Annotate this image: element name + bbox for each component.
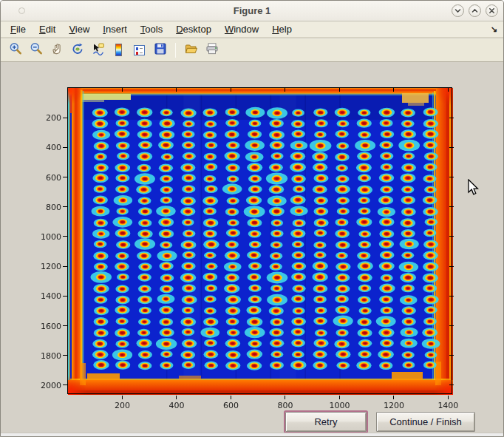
x-tick-mark	[176, 396, 177, 399]
title-bar[interactable]: Figure 1	[1, 1, 503, 21]
x-tick-label: 600	[214, 401, 247, 410]
insert-legend-button[interactable]	[131, 41, 148, 58]
mouse-cursor-icon	[467, 179, 479, 197]
y-tick-mark-right	[449, 206, 454, 207]
zoom-in-icon	[8, 41, 23, 59]
y-tick-label: 1600	[35, 322, 61, 331]
pan-icon	[50, 41, 64, 59]
figure-canvas-area: 2004006008001000120014002004006008001000…	[1, 63, 503, 436]
window-title: Figure 1	[1, 5, 503, 16]
x-tick-mark	[448, 396, 449, 399]
toolbar-separator	[175, 43, 176, 58]
close-button[interactable]	[486, 4, 498, 17]
continue-finish-button[interactable]: Continue / Finish	[376, 412, 475, 432]
data-cursor-icon	[91, 41, 106, 59]
rotate-3d-button[interactable]	[69, 41, 86, 58]
pan-button[interactable]	[48, 41, 65, 58]
heatmap-image[interactable]	[68, 88, 453, 395]
y-tick-mark-right	[449, 236, 454, 237]
menu-item-insert[interactable]: Insert	[103, 24, 127, 35]
y-tick-mark	[63, 325, 67, 326]
dock-figure-icon[interactable]: ↘	[491, 24, 497, 34]
maximize-icon	[471, 4, 479, 18]
x-tick-mark-top	[176, 88, 177, 92]
y-tick-label: 1200	[35, 262, 61, 271]
y-tick-mark-right	[449, 118, 454, 118]
y-tick-label: 200	[35, 113, 61, 123]
window-controls	[452, 4, 498, 17]
y-tick-mark	[63, 118, 67, 118]
close-icon	[488, 4, 496, 18]
y-tick-mark	[63, 355, 67, 356]
save-figure-icon	[153, 41, 168, 59]
x-tick-mark-top	[285, 88, 285, 92]
menu-item-edit[interactable]: Edit	[39, 24, 55, 35]
y-tick-mark-right	[449, 296, 454, 297]
colorbar-button[interactable]	[110, 41, 127, 58]
x-tick-mark	[285, 396, 285, 399]
y-tick-mark	[63, 385, 67, 385]
menu-item-tools[interactable]: Tools	[140, 24, 163, 35]
retry-button[interactable]: Retry	[285, 412, 367, 432]
rotate-3d-icon	[70, 41, 85, 59]
y-tick-label: 1400	[35, 291, 61, 301]
minimize-icon	[454, 4, 462, 18]
y-tick-label: 1000	[35, 232, 61, 242]
x-tick-mark	[339, 396, 340, 399]
y-tick-mark-right	[449, 266, 454, 267]
figure-window: Figure 1 FileEditViewInsertToolsDesktopW…	[0, 0, 504, 437]
y-tick-label: 400	[35, 143, 61, 152]
window-bottom-edge	[1, 433, 503, 436]
y-tick-label: 800	[35, 203, 61, 212]
y-tick-mark	[63, 236, 67, 237]
x-tick-label: 800	[269, 401, 302, 410]
maximize-button[interactable]	[469, 4, 481, 17]
y-tick-mark-right	[449, 355, 454, 356]
x-tick-mark-top	[231, 88, 231, 92]
open-file-button[interactable]	[183, 41, 200, 58]
x-tick-label: 1400	[432, 401, 464, 410]
zoom-out-button[interactable]	[27, 41, 44, 58]
menu-item-desktop[interactable]: Desktop	[176, 24, 211, 35]
y-tick-mark-right	[449, 147, 454, 148]
x-tick-mark-top	[339, 88, 340, 92]
minimize-button[interactable]	[452, 4, 464, 17]
menu-item-file[interactable]: File	[10, 24, 26, 35]
y-tick-mark	[63, 266, 67, 267]
x-tick-mark-top	[448, 88, 449, 92]
x-tick-mark	[393, 396, 394, 399]
menu-item-view[interactable]: View	[69, 24, 89, 35]
y-tick-mark	[63, 177, 67, 177]
x-tick-label: 1000	[323, 401, 355, 410]
x-tick-mark-top	[122, 88, 123, 92]
toolbar	[1, 38, 503, 62]
y-tick-mark-right	[449, 385, 454, 385]
x-tick-label: 1200	[378, 401, 410, 410]
y-tick-mark	[63, 147, 67, 148]
y-tick-label: 600	[35, 173, 61, 183]
colorbar-icon	[115, 44, 122, 56]
menu-item-window[interactable]: Window	[225, 24, 259, 35]
y-tick-mark-right	[449, 325, 454, 326]
y-tick-label: 2000	[35, 381, 61, 390]
x-tick-label: 200	[106, 401, 138, 410]
menu-item-help[interactable]: Help	[272, 24, 292, 35]
x-tick-mark	[231, 396, 231, 399]
y-tick-mark	[63, 206, 67, 207]
x-tick-label: 400	[160, 401, 193, 410]
zoom-out-icon	[29, 41, 44, 59]
print-figure-button[interactable]	[203, 41, 220, 58]
print-figure-icon	[205, 41, 219, 59]
y-tick-label: 1800	[35, 351, 61, 361]
x-tick-mark	[122, 396, 123, 399]
zoom-in-button[interactable]	[7, 41, 24, 58]
data-cursor-button[interactable]	[89, 41, 106, 58]
save-figure-button[interactable]	[151, 41, 168, 58]
x-tick-mark-top	[393, 88, 394, 92]
open-file-icon	[184, 41, 199, 59]
y-tick-mark	[63, 296, 67, 297]
legend-icon	[134, 45, 145, 55]
menu-bar: FileEditViewInsertToolsDesktopWindowHelp…	[1, 21, 503, 38]
y-tick-mark-right	[449, 177, 454, 177]
